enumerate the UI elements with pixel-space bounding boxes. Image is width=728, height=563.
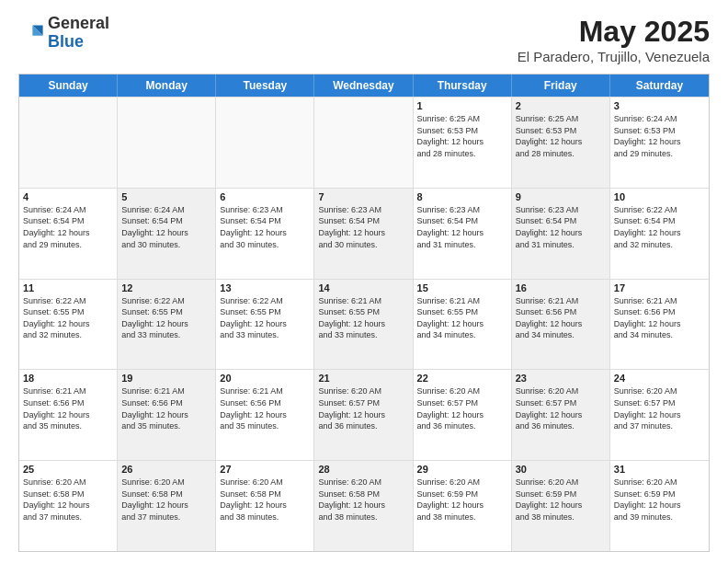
cal-cell-3-0: 18Sunrise: 6:21 AM Sunset: 6:56 PM Dayli…: [19, 370, 118, 460]
cell-info-25: Sunrise: 6:20 AM Sunset: 6:58 PM Dayligh…: [23, 477, 113, 523]
cell-info-21: Sunrise: 6:20 AM Sunset: 6:57 PM Dayligh…: [318, 385, 408, 431]
cal-cell-4-6: 31Sunrise: 6:20 AM Sunset: 6:59 PM Dayli…: [610, 461, 709, 551]
day-number-30: 30: [516, 464, 606, 475]
calendar: Sunday Monday Tuesday Wednesday Thursday…: [18, 74, 710, 552]
cell-info-8: Sunrise: 6:23 AM Sunset: 6:54 PM Dayligh…: [417, 204, 507, 250]
header-thursday: Thursday: [414, 75, 512, 97]
title-block: May 2025 El Paradero, Trujillo, Venezuel…: [518, 15, 710, 64]
day-number-10: 10: [614, 191, 705, 202]
cal-cell-0-5: 2Sunrise: 6:25 AM Sunset: 6:53 PM Daylig…: [512, 98, 610, 188]
header-friday: Friday: [512, 75, 610, 97]
cell-info-30: Sunrise: 6:20 AM Sunset: 6:59 PM Dayligh…: [516, 477, 606, 523]
day-number-16: 16: [516, 282, 606, 293]
cell-info-12: Sunrise: 6:22 AM Sunset: 6:55 PM Dayligh…: [121, 295, 211, 341]
cal-cell-4-1: 26Sunrise: 6:20 AM Sunset: 6:58 PM Dayli…: [118, 461, 216, 551]
day-number-20: 20: [220, 373, 310, 384]
cal-cell-1-0: 4Sunrise: 6:24 AM Sunset: 6:54 PM Daylig…: [19, 189, 118, 279]
page: General Blue May 2025 El Paradero, Truji…: [0, 0, 728, 563]
cell-info-31: Sunrise: 6:20 AM Sunset: 6:59 PM Dayligh…: [614, 477, 705, 523]
day-number-31: 31: [614, 464, 705, 475]
cell-info-22: Sunrise: 6:20 AM Sunset: 6:57 PM Dayligh…: [417, 385, 507, 431]
day-number-14: 14: [318, 282, 408, 293]
cell-info-2: Sunrise: 6:25 AM Sunset: 6:53 PM Dayligh…: [516, 113, 606, 159]
title-month: May 2025: [518, 15, 710, 49]
cell-info-26: Sunrise: 6:20 AM Sunset: 6:58 PM Dayligh…: [121, 477, 211, 523]
day-number-8: 8: [417, 191, 507, 202]
cal-cell-3-4: 22Sunrise: 6:20 AM Sunset: 6:57 PM Dayli…: [414, 370, 512, 460]
cal-cell-4-5: 30Sunrise: 6:20 AM Sunset: 6:59 PM Dayli…: [512, 461, 610, 551]
day-number-5: 5: [121, 191, 211, 202]
cell-info-18: Sunrise: 6:21 AM Sunset: 6:56 PM Dayligh…: [23, 385, 113, 431]
cell-info-23: Sunrise: 6:20 AM Sunset: 6:57 PM Dayligh…: [516, 385, 606, 431]
cal-cell-3-6: 24Sunrise: 6:20 AM Sunset: 6:57 PM Dayli…: [610, 370, 709, 460]
cell-info-3: Sunrise: 6:24 AM Sunset: 6:53 PM Dayligh…: [614, 113, 705, 159]
day-number-6: 6: [220, 191, 310, 202]
day-number-11: 11: [23, 282, 113, 293]
cell-info-24: Sunrise: 6:20 AM Sunset: 6:57 PM Dayligh…: [614, 385, 705, 431]
logo-text: General Blue: [48, 15, 109, 52]
header-tuesday: Tuesday: [216, 75, 314, 97]
cal-cell-2-5: 16Sunrise: 6:21 AM Sunset: 6:56 PM Dayli…: [512, 280, 610, 370]
cal-cell-3-3: 21Sunrise: 6:20 AM Sunset: 6:57 PM Dayli…: [314, 370, 413, 460]
logo-general-text: General: [48, 15, 109, 33]
cal-cell-0-1: [118, 98, 216, 188]
cal-cell-0-3: [314, 98, 413, 188]
header: General Blue May 2025 El Paradero, Truji…: [18, 15, 710, 64]
week-row-1: 1Sunrise: 6:25 AM Sunset: 6:53 PM Daylig…: [19, 97, 709, 188]
title-location: El Paradero, Trujillo, Venezuela: [518, 49, 710, 64]
logo-blue-text: Blue: [48, 33, 109, 52]
week-row-3: 11Sunrise: 6:22 AM Sunset: 6:55 PM Dayli…: [19, 279, 709, 370]
cell-info-13: Sunrise: 6:22 AM Sunset: 6:55 PM Dayligh…: [220, 295, 310, 341]
cal-cell-4-4: 29Sunrise: 6:20 AM Sunset: 6:59 PM Dayli…: [414, 461, 512, 551]
cal-cell-2-4: 15Sunrise: 6:21 AM Sunset: 6:55 PM Dayli…: [414, 280, 512, 370]
cal-cell-0-2: [216, 98, 314, 188]
day-number-3: 3: [614, 100, 705, 111]
cell-info-5: Sunrise: 6:24 AM Sunset: 6:54 PM Dayligh…: [121, 204, 211, 250]
cell-info-28: Sunrise: 6:20 AM Sunset: 6:58 PM Dayligh…: [318, 477, 408, 523]
day-number-19: 19: [121, 373, 211, 384]
day-number-13: 13: [220, 282, 310, 293]
cell-info-1: Sunrise: 6:25 AM Sunset: 6:53 PM Dayligh…: [417, 113, 507, 159]
cal-cell-0-4: 1Sunrise: 6:25 AM Sunset: 6:53 PM Daylig…: [414, 98, 512, 188]
cal-cell-2-0: 11Sunrise: 6:22 AM Sunset: 6:55 PM Dayli…: [19, 280, 118, 370]
cell-info-4: Sunrise: 6:24 AM Sunset: 6:54 PM Dayligh…: [23, 204, 113, 250]
day-number-17: 17: [614, 282, 705, 293]
cal-cell-1-5: 9Sunrise: 6:23 AM Sunset: 6:54 PM Daylig…: [512, 189, 610, 279]
week-row-2: 4Sunrise: 6:24 AM Sunset: 6:54 PM Daylig…: [19, 188, 709, 279]
cell-info-9: Sunrise: 6:23 AM Sunset: 6:54 PM Dayligh…: [516, 204, 606, 250]
day-number-28: 28: [318, 464, 408, 475]
day-number-15: 15: [417, 282, 507, 293]
logo: General Blue: [18, 15, 109, 52]
cell-info-6: Sunrise: 6:23 AM Sunset: 6:54 PM Dayligh…: [220, 204, 310, 250]
week-row-4: 18Sunrise: 6:21 AM Sunset: 6:56 PM Dayli…: [19, 369, 709, 460]
cal-cell-3-5: 23Sunrise: 6:20 AM Sunset: 6:57 PM Dayli…: [512, 370, 610, 460]
header-wednesday: Wednesday: [314, 75, 413, 97]
cal-cell-2-3: 14Sunrise: 6:21 AM Sunset: 6:55 PM Dayli…: [314, 280, 413, 370]
cell-info-16: Sunrise: 6:21 AM Sunset: 6:56 PM Dayligh…: [516, 295, 606, 341]
day-number-12: 12: [121, 282, 211, 293]
header-saturday: Saturday: [610, 75, 709, 97]
cal-cell-0-0: [19, 98, 118, 188]
day-number-2: 2: [516, 100, 606, 111]
calendar-header: Sunday Monday Tuesday Wednesday Thursday…: [19, 75, 709, 97]
week-row-5: 25Sunrise: 6:20 AM Sunset: 6:58 PM Dayli…: [19, 460, 709, 551]
cal-cell-0-6: 3Sunrise: 6:24 AM Sunset: 6:53 PM Daylig…: [610, 98, 709, 188]
day-number-27: 27: [220, 464, 310, 475]
day-number-22: 22: [417, 373, 507, 384]
cell-info-17: Sunrise: 6:21 AM Sunset: 6:56 PM Dayligh…: [614, 295, 705, 341]
cal-cell-1-2: 6Sunrise: 6:23 AM Sunset: 6:54 PM Daylig…: [216, 189, 314, 279]
header-monday: Monday: [118, 75, 216, 97]
cal-cell-3-2: 20Sunrise: 6:21 AM Sunset: 6:56 PM Dayli…: [216, 370, 314, 460]
day-number-18: 18: [23, 373, 113, 384]
day-number-21: 21: [318, 373, 408, 384]
cell-info-14: Sunrise: 6:21 AM Sunset: 6:55 PM Dayligh…: [318, 295, 408, 341]
cal-cell-2-2: 13Sunrise: 6:22 AM Sunset: 6:55 PM Dayli…: [216, 280, 314, 370]
day-number-29: 29: [417, 464, 507, 475]
cell-info-11: Sunrise: 6:22 AM Sunset: 6:55 PM Dayligh…: [23, 295, 113, 341]
header-sunday: Sunday: [19, 75, 118, 97]
cal-cell-1-3: 7Sunrise: 6:23 AM Sunset: 6:54 PM Daylig…: [314, 189, 413, 279]
day-number-24: 24: [614, 373, 705, 384]
day-number-9: 9: [516, 191, 606, 202]
cell-info-15: Sunrise: 6:21 AM Sunset: 6:55 PM Dayligh…: [417, 295, 507, 341]
cal-cell-4-0: 25Sunrise: 6:20 AM Sunset: 6:58 PM Dayli…: [19, 461, 118, 551]
